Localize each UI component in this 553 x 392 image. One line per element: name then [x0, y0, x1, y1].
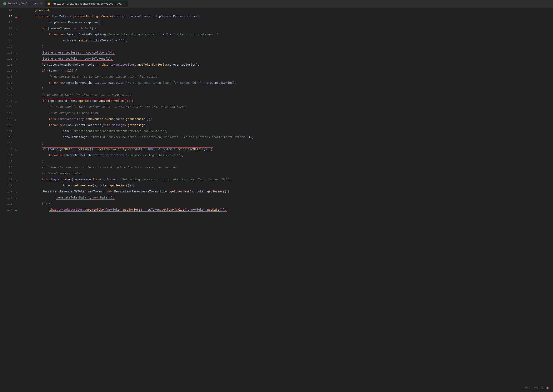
gutter-dot	[15, 119, 17, 121]
code-line: PersistentRememberMeToken token = this.t…	[21, 62, 199, 68]
table-row: 114 code: "PersistentTokenBasedRememberM…	[2, 128, 553, 134]
table-row: 113 throw new CookieTheftException(this.…	[2, 122, 553, 128]
code-area[interactable]: 94 @Override 95 →	[0, 7, 553, 213]
table-row: 116 }	[2, 140, 553, 147]
code-line: this.tokenRepository.updateToken(newToke…	[21, 207, 227, 213]
code-line: PersistentRememberMeToken newToken = new…	[21, 189, 229, 195]
line-number: 110	[2, 104, 14, 110]
line-number: 106	[2, 80, 14, 86]
code-line: }	[21, 140, 43, 146]
line-number: 103	[2, 62, 14, 68]
line-number: 116	[2, 140, 14, 147]
line-number: 125	[2, 195, 14, 201]
tab-label-1: SecurityConfig.java	[7, 2, 38, 5]
line-number: 123	[2, 183, 14, 189]
gutter-dot	[15, 59, 17, 60]
code-line: try {	[21, 201, 51, 207]
table-row: 123 token.getUsername(), token.getSeries…	[2, 183, 553, 189]
gutter-dot	[15, 198, 17, 199]
arrow-icon: →	[17, 14, 19, 20]
table-row: 115 defaultMessage: "Invalid remember-me…	[2, 134, 553, 140]
code-line: @Override	[21, 7, 51, 13]
code-line: // Token doesn't match series value. Del…	[21, 104, 185, 110]
table-row: 101 String presentedSeries = cookieToken…	[2, 50, 553, 56]
code-line: token.getUsername(), token.getSeries()))…	[21, 183, 135, 189]
line-number: 124	[2, 189, 14, 195]
tab-bar: SecurityConfig.java × PersistentTokenBas…	[0, 0, 553, 7]
tab-close-1[interactable]: ×	[41, 2, 42, 5]
tab-persistent-token[interactable]: PersistentTokenBasedRememberMeServices.j…	[45, 0, 128, 7]
table-row: 99 + Arrays.asList(cookieTokens) + "'");	[2, 38, 553, 44]
line-number: 127	[2, 207, 14, 213]
gutter-dot	[15, 210, 17, 211]
table-row: 112 this.tokenRepository.removeUserToken…	[2, 116, 553, 122]
code-line: if (cookieTokens.length != 2) {	[21, 26, 97, 31]
table-row: 107 }	[2, 86, 553, 92]
code-line: code: "PersistentTokenBasedRememberMeSer…	[21, 128, 168, 134]
breakpoint-icon[interactable]	[15, 16, 17, 19]
code-line: generateTokenData(), new Date());	[21, 195, 115, 201]
tab-close-2[interactable]: ×	[124, 3, 125, 5]
line-number: 97	[2, 26, 14, 32]
tab-security-config[interactable]: SecurityConfig.java ×	[1, 0, 45, 7]
table-row: 119 }	[2, 159, 553, 165]
table-row: 96 HttpServletResponse response) {	[2, 20, 553, 26]
line-number: 121	[2, 171, 14, 177]
line-number: 119	[2, 159, 14, 165]
code-line: if (!presentedToken.equals(token.getToke…	[21, 98, 134, 104]
gutter-dot	[15, 101, 17, 103]
line-number: 109	[2, 98, 14, 104]
code-line: if (token == null) {	[21, 68, 77, 74]
gutter-dot	[15, 149, 17, 151]
code-line: String presentedToken = cookieTokens[1];	[21, 56, 113, 62]
table-row: 100 }	[2, 44, 553, 50]
line-number: 105	[2, 74, 14, 80]
line-number: 126	[2, 201, 14, 207]
gutter-dot	[15, 192, 17, 193]
table-row: 105 // No series match, so we can't auth…	[2, 74, 553, 80]
line-number: 118	[2, 153, 14, 159]
line-number: 113	[2, 122, 14, 128]
line-number: 96	[2, 20, 14, 26]
line-number: 95	[2, 14, 14, 20]
table-row: 103 PersistentRememberMeToken token = th…	[2, 62, 553, 68]
code-line: throw new CookieTheftException(this.mess…	[21, 122, 147, 128]
line-number: 99	[2, 38, 14, 44]
code-line: this.logger.debug(LogMessage.format( for…	[21, 177, 231, 182]
line-number: 111	[2, 110, 14, 116]
line-number: 112	[2, 116, 14, 122]
line-number: 115	[2, 134, 14, 140]
gutter-dot	[15, 28, 17, 30]
code-line: }	[21, 159, 43, 164]
table-row: 121 // *same* series number.	[2, 171, 553, 177]
table-row: 95 → protected UserDetails processAutoLo…	[2, 14, 553, 20]
table-row: 117 if (token.getDate().getTime() + getT…	[2, 147, 553, 153]
code-line: HttpServletResponse response) {	[21, 20, 103, 25]
line-number: 104	[2, 68, 14, 74]
code-line: // No series match, so we can't authenti…	[21, 74, 157, 80]
code-line: // Token also matches, so login is valid…	[21, 165, 177, 170]
table-row: 109 if (!presentedToken.equals(token.get…	[2, 98, 553, 104]
code-line: String presentedSeries = cookieTokens[0]…	[21, 50, 115, 56]
line-number: 120	[2, 165, 14, 171]
line-number: 100	[2, 44, 14, 50]
code-line: throw new RememberMeAuthenticationExcept…	[21, 153, 184, 158]
code-line: }	[21, 44, 43, 49]
table-row: 127 this.tokenRepository.updateToken(new…	[2, 207, 553, 213]
code-line: protected UserDetails processAutoLoginCo…	[21, 14, 201, 19]
table-row: 108 // We have a match for this user/ser…	[2, 92, 553, 98]
tab-icon-orange	[48, 2, 50, 5]
code-line: // an exception to warn them.	[21, 110, 99, 116]
table-row: 111 // an exception to warn them.	[2, 110, 553, 116]
code-container: 94 @Override 95 →	[0, 7, 553, 213]
code-line: defaultMessage: "Invalid remember-me tok…	[21, 134, 254, 140]
code-line: + Arrays.asList(cookieTokens) + "'");	[21, 38, 128, 43]
table-row: 125 generateTokenData(), new Date());	[2, 195, 553, 201]
table-row: 97 if (cookieTokens.length != 2) {	[2, 26, 553, 32]
app-window: SecurityConfig.java × PersistentTokenBas…	[0, 0, 553, 213]
code-line: this.tokenRepository.removeUserTokens(to…	[21, 116, 152, 122]
tab-icon-green	[3, 2, 6, 5]
table-row: 120 // Token also matches, so login is v…	[2, 165, 553, 171]
table-row: 122 this.logger.debug(LogMessage.format(…	[2, 177, 553, 183]
table-row: 110 // Token doesn't match series value.…	[2, 104, 553, 110]
